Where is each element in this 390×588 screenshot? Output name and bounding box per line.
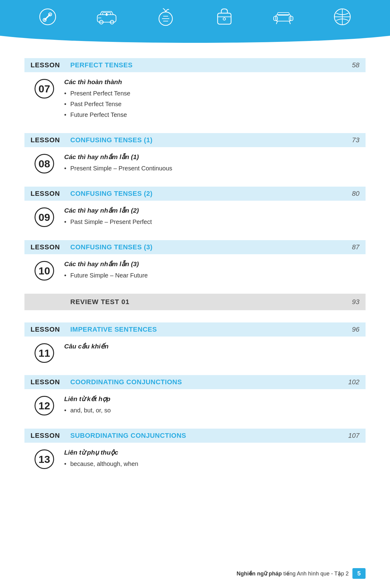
lesson-10-header: LESSON CONFUSING TENSES (3) 87 — [24, 240, 366, 254]
lesson-13-number: 13 — [24, 447, 64, 470]
lesson-12-num-circle: 12 — [35, 396, 54, 415]
lesson-13-title: SUBORDINATING CONJUNCTIONS — [70, 432, 344, 440]
food-icon — [155, 6, 176, 28]
lesson-12-subtitle: Liên từ kết hợp — [64, 395, 366, 403]
lesson-09-header: LESSON CONFUSING TENSES (2) 80 — [24, 187, 366, 201]
lesson-09-content: Các thì hay nhầm lẫn (2) Past Simple – P… — [64, 205, 366, 228]
lesson-10-items: Future Simple – Near Future — [64, 271, 366, 280]
list-item: Past Simple – Present Perfect — [64, 217, 366, 226]
lesson-11-page: 96 — [344, 326, 359, 333]
lesson-11-header: LESSON IMPERATIVE SENTENCES 96 — [24, 322, 366, 337]
lesson-07-number: 07 — [24, 76, 64, 121]
lesson-08-items: Present Simple – Present Continuous — [64, 164, 366, 173]
list-item: and, but, or, so — [64, 406, 366, 415]
footer-bold-text: Nghiền ngữ pháp — [237, 571, 282, 577]
list-item: Past Perfect Tense — [64, 99, 366, 109]
lesson-10-subtitle: Các thì hay nhầm lẫn (3) — [64, 260, 366, 268]
lesson-11-content: Câu cầu khiến — [64, 341, 366, 363]
lesson-07-title: PERFECT TENSES — [70, 61, 344, 69]
lesson-13-page: 107 — [344, 432, 359, 440]
lesson-09-items: Past Simple – Present Perfect — [64, 217, 366, 226]
lesson-08-subtitle: Các thì hay nhầm lẫn (1) — [64, 153, 366, 161]
lesson-10-title: CONFUSING TENSES (3) — [70, 243, 344, 251]
lesson-10-number: 10 — [24, 259, 64, 281]
lesson-10-label: LESSON — [31, 243, 70, 251]
car-icon — [96, 6, 117, 28]
lesson-13-num-circle: 13 — [35, 449, 54, 469]
couch-icon — [273, 6, 294, 28]
footer-page-badge: 5 — [352, 568, 366, 579]
review-test-title: REVIEW TEST 01 — [70, 298, 352, 306]
lesson-12-content: Liên từ kết hợp and, but, or, so — [64, 393, 366, 416]
svg-point-17 — [223, 18, 226, 20]
lesson-09-label: LESSON — [31, 190, 70, 198]
lesson-11-block: LESSON IMPERATIVE SENTENCES 96 11 Câu cầ… — [24, 322, 366, 363]
lesson-10-page: 87 — [344, 243, 359, 251]
lesson-09-page: 80 — [344, 190, 359, 198]
lesson-07-num-circle: 07 — [35, 79, 54, 99]
svg-point-10 — [106, 14, 107, 15]
lesson-09-subtitle: Các thì hay nhầm lẫn (2) — [64, 207, 366, 214]
lesson-07-header: LESSON PERFECT TENSES 58 — [24, 58, 366, 72]
lesson-07-page: 58 — [344, 61, 359, 69]
lesson-07-body: 07 Các thì hoàn thành Present Perfect Te… — [24, 76, 366, 121]
lesson-07-subtitle: Các thì hoàn thành — [64, 78, 366, 86]
svg-rect-18 — [276, 15, 291, 21]
lesson-07-items: Present Perfect Tense Past Perfect Tense… — [64, 89, 366, 119]
lesson-10-block: LESSON CONFUSING TENSES (3) 87 10 Các th… — [24, 240, 366, 281]
svg-rect-15 — [218, 13, 231, 24]
main-content: LESSON PERFECT TENSES 58 07 Các thì hoàn… — [0, 40, 390, 501]
tool-icon — [37, 6, 58, 28]
list-item: Future Simple – Near Future — [64, 271, 366, 280]
lesson-13-label: LESSON — [31, 432, 70, 440]
lesson-13-body: 13 Liên từ phụ thuộc because, although, … — [24, 447, 366, 470]
lesson-12-label: LESSON — [31, 378, 70, 386]
lesson-09-number: 09 — [24, 205, 64, 228]
page-footer: Nghiền ngữ pháp tiếng Anh hình que - Tập… — [237, 568, 366, 579]
footer-rest-text: tiếng Anh hình que - Tập 2 — [282, 571, 349, 577]
lesson-12-number: 12 — [24, 393, 64, 416]
lesson-13-block: LESSON SUBORDINATING CONJUNCTIONS 107 13… — [24, 429, 366, 470]
lesson-08-num-circle: 08 — [35, 154, 54, 173]
svg-line-22 — [289, 21, 290, 24]
list-item: Present Perfect Tense — [64, 89, 366, 98]
lesson-11-number: 11 — [24, 341, 64, 363]
lesson-07-content: Các thì hoàn thành Present Perfect Tense… — [64, 76, 366, 121]
page-header — [0, 0, 390, 34]
lesson-12-items: and, but, or, so — [64, 406, 366, 415]
lesson-10-body: 10 Các thì hay nhầm lẫn (3) Future Simpl… — [24, 259, 366, 281]
lesson-13-content: Liên từ phụ thuộc because, although, whe… — [64, 447, 366, 470]
lesson-12-body: 12 Liên từ kết hợp and, but, or, so — [24, 393, 366, 416]
lesson-07-num-text: 07 — [39, 83, 50, 95]
lesson-12-block: LESSON COORDINATING CONJUNCTIONS 102 12 … — [24, 375, 366, 416]
lesson-13-num-text: 13 — [39, 453, 50, 465]
lesson-12-title: COORDINATING CONJUNCTIONS — [70, 378, 344, 386]
svg-line-21 — [276, 21, 278, 24]
lesson-12-header: LESSON COORDINATING CONJUNCTIONS 102 — [24, 375, 366, 389]
list-item: Future Perfect Tense — [64, 110, 366, 119]
lesson-11-label: LESSON — [31, 326, 70, 333]
lesson-09-num-circle: 09 — [35, 207, 54, 227]
lesson-09-title: CONFUSING TENSES (2) — [70, 190, 344, 198]
lesson-11-num-circle: 11 — [35, 343, 54, 363]
basketball-icon — [332, 6, 353, 28]
lesson-11-title: IMPERATIVE SENTENCES — [70, 326, 344, 333]
lesson-11-body: 11 Câu cầu khiến — [24, 341, 366, 363]
lesson-10-num-text: 10 — [39, 265, 50, 277]
review-test-page: 93 — [352, 298, 359, 306]
lesson-08-block: LESSON CONFUSING TENSES (1) 73 08 Các th… — [24, 133, 366, 174]
footer-text: Nghiền ngữ pháp tiếng Anh hình que - Tập… — [237, 570, 349, 577]
lesson-13-header: LESSON SUBORDINATING CONJUNCTIONS 107 — [24, 429, 366, 443]
lesson-07-block: LESSON PERFECT TENSES 58 07 Các thì hoàn… — [24, 58, 366, 121]
lesson-10-content: Các thì hay nhầm lẫn (3) Future Simple –… — [64, 259, 366, 281]
lesson-08-page: 73 — [344, 136, 359, 144]
bag-icon — [214, 6, 235, 28]
lesson-11-subtitle: Câu cầu khiến — [64, 343, 366, 350]
lesson-08-title: CONFUSING TENSES (1) — [70, 136, 344, 144]
list-item: Present Simple – Present Continuous — [64, 164, 366, 173]
list-item: because, although, when — [64, 459, 366, 468]
lesson-13-subtitle: Liên từ phụ thuộc — [64, 449, 366, 456]
lesson-08-content: Các thì hay nhầm lẫn (1) Present Simple … — [64, 151, 366, 174]
lesson-12-page: 102 — [344, 378, 359, 386]
review-test-block: REVIEW TEST 01 93 — [24, 294, 366, 310]
